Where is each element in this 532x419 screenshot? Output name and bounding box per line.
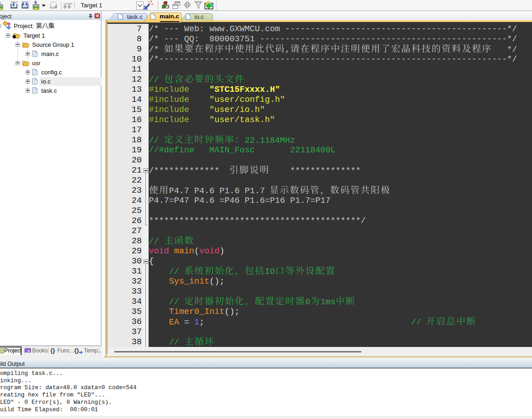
svg-text:LOAD: LOAD xyxy=(64,2,72,5)
svg-text:?: ? xyxy=(28,350,30,353)
